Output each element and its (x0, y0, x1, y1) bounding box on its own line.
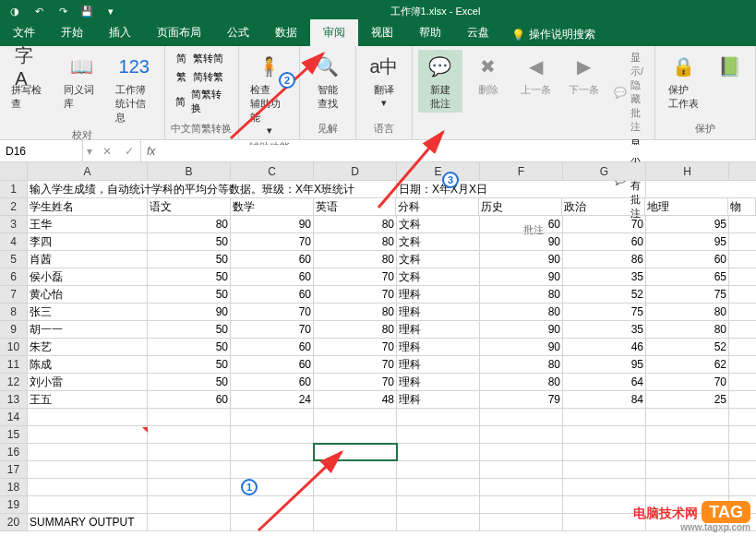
cell[interactable]: 60 (231, 251, 314, 268)
col-head-F[interactable]: F (480, 162, 563, 180)
name-dropdown-icon[interactable]: ▾ (83, 145, 96, 158)
cell[interactable]: 50 (148, 251, 231, 268)
cell[interactable]: 90 (480, 321, 563, 338)
cell[interactable]: 70 (646, 374, 729, 390)
row-head[interactable]: 20 (0, 514, 28, 530)
row-head[interactable]: 7 (0, 286, 28, 303)
cell[interactable] (28, 409, 148, 425)
cell[interactable] (148, 496, 231, 513)
col-head-B[interactable]: B (148, 162, 231, 180)
cell[interactable]: 60 (231, 374, 314, 390)
cell[interactable]: 理科 (397, 356, 480, 373)
cell[interactable] (646, 461, 729, 478)
cell[interactable] (563, 461, 646, 478)
cell[interactable] (480, 426, 563, 443)
row-head[interactable]: 13 (0, 391, 28, 408)
cell[interactable]: 79 (480, 391, 563, 408)
cell[interactable] (148, 409, 231, 425)
row-head[interactable]: 6 (0, 268, 28, 285)
new-comment-button[interactable]: 💬新建 批注 (418, 50, 462, 113)
cell[interactable]: 张三 (28, 304, 148, 320)
qat-dropdown-icon[interactable]: ▾ (102, 2, 120, 20)
cell[interactable]: 60 (231, 268, 314, 285)
cell[interactable] (480, 444, 563, 460)
cell[interactable] (397, 479, 480, 495)
cell[interactable]: 地理 (645, 198, 728, 215)
cell[interactable]: 35 (563, 268, 646, 285)
cell[interactable]: 75 (563, 304, 646, 320)
select-all-corner[interactable] (0, 162, 28, 180)
cell[interactable]: 输入学生成绩，自动统计学科的平均分等数据。班级：X年X班统计 (28, 181, 397, 197)
undo-icon[interactable]: ↶ (30, 2, 48, 20)
cell[interactable] (397, 514, 480, 530)
cell[interactable] (397, 461, 480, 478)
cell[interactable]: 60 (563, 233, 646, 250)
cell[interactable]: 70 (314, 374, 397, 390)
col-head-G[interactable]: G (563, 162, 646, 180)
cell[interactable] (480, 409, 563, 425)
row-head[interactable]: 9 (0, 321, 28, 338)
tab-insert[interactable]: 插入 (96, 19, 144, 46)
cancel-formula-icon[interactable]: ✕ (96, 140, 118, 161)
cell[interactable] (148, 426, 231, 443)
cell[interactable]: 刘小雷 (28, 374, 148, 390)
cell[interactable]: 60 (231, 339, 314, 355)
tab-data[interactable]: 数据 (262, 19, 310, 46)
cell[interactable]: 70 (314, 339, 397, 355)
cell[interactable]: 50 (148, 339, 231, 355)
row-head[interactable]: 15 (0, 426, 28, 443)
cell[interactable]: 70 (231, 304, 314, 320)
cell[interactable]: 胡一一 (28, 321, 148, 338)
cell[interactable] (397, 496, 480, 513)
row-head[interactable]: 14 (0, 409, 28, 425)
cell[interactable] (148, 444, 231, 460)
cell[interactable]: 理科 (397, 286, 480, 303)
cell[interactable]: 62 (646, 356, 729, 373)
cell[interactable] (397, 444, 480, 460)
cell[interactable] (28, 426, 148, 443)
col-head-H[interactable]: H (646, 162, 729, 180)
col-head-A[interactable]: A (28, 162, 148, 180)
cell[interactable] (148, 514, 231, 530)
cell[interactable] (314, 426, 397, 443)
cell[interactable]: 王五 (28, 391, 148, 408)
row-head[interactable]: 18 (0, 479, 28, 495)
cell[interactable]: 90 (480, 339, 563, 355)
cell[interactable]: 86 (563, 251, 646, 268)
cell[interactable]: 60 (231, 286, 314, 303)
cell[interactable] (28, 461, 148, 478)
cell[interactable] (28, 479, 148, 495)
cell[interactable]: 80 (314, 216, 397, 232)
cell[interactable] (646, 409, 729, 425)
row-head[interactable]: 5 (0, 251, 28, 268)
cell[interactable]: 70 (231, 321, 314, 338)
cell[interactable] (646, 444, 729, 460)
cell[interactable]: 50 (148, 233, 231, 250)
autosave-toggle[interactable]: ◑ (6, 2, 24, 20)
row-head[interactable]: 12 (0, 374, 28, 390)
tab-view[interactable]: 视图 (358, 19, 406, 46)
cell[interactable] (28, 496, 148, 513)
cell[interactable]: 84 (563, 391, 646, 408)
cell[interactable]: 50 (148, 286, 231, 303)
cell[interactable] (563, 409, 646, 425)
cell[interactable]: 理科 (397, 321, 480, 338)
cell[interactable]: 70 (314, 268, 397, 285)
cell[interactable]: 肖茜 (28, 251, 148, 268)
row-head[interactable]: 16 (0, 444, 28, 460)
cell[interactable]: 朱艺 (28, 339, 148, 355)
cell[interactable]: 95 (563, 356, 646, 373)
name-box[interactable] (0, 140, 83, 161)
cell[interactable]: 90 (480, 233, 563, 250)
tab-review[interactable]: 审阅 (310, 19, 358, 46)
tab-formula[interactable]: 公式 (214, 19, 262, 46)
tab-help[interactable]: 帮助 (406, 19, 454, 46)
cell[interactable]: 65 (646, 268, 729, 285)
row-head[interactable]: 2 (0, 198, 28, 215)
redo-icon[interactable]: ↷ (54, 2, 72, 20)
cell[interactable]: 50 (148, 268, 231, 285)
cell[interactable] (480, 496, 563, 513)
cell[interactable]: 50 (148, 374, 231, 390)
cell[interactable]: 70 (231, 233, 314, 250)
cell[interactable]: 物 (728, 198, 756, 215)
